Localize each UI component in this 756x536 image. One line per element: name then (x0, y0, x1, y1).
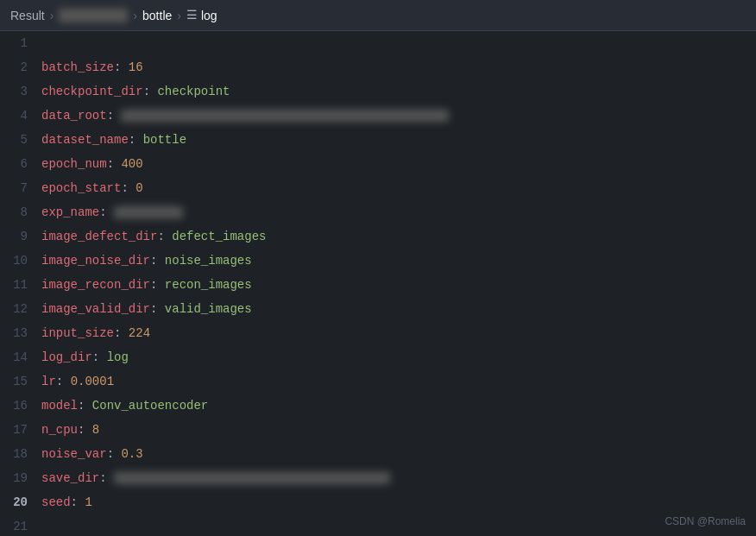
code-line-11: 11 image_recon_dir: recon_images (0, 273, 756, 297)
code-view: 1 2 batch_size: 16 3 checkpoint_dir: che… (0, 31, 756, 536)
code-line-19: 19 save_dir: (0, 466, 756, 490)
code-line-4: 4 data_root: (0, 104, 756, 128)
footer-credit: CSDN @Romelia (665, 515, 746, 527)
code-line-5: 5 dataset_name: bottle (0, 128, 756, 152)
code-line-15: 15 lr: 0.0001 (0, 369, 756, 394)
code-line-1: 1 (0, 31, 756, 55)
breadcrumb-bottle[interactable]: bottle (142, 9, 172, 22)
breadcrumb-sep-3: › (177, 9, 181, 22)
line-content-13: input_size: 224 (41, 321, 150, 345)
line-number-13: 13 (0, 326, 41, 340)
breadcrumb-sep-1: › (50, 9, 54, 22)
line-content-20: seed: 1 (41, 490, 92, 514)
code-line-6: 6 epoch_num: 400 (0, 152, 756, 176)
code-line-3: 3 checkpoint_dir: checkpoint (0, 79, 756, 104)
line-number-9: 9 (0, 230, 41, 243)
breadcrumb-sep-2: › (133, 9, 137, 22)
line-number-5: 5 (0, 133, 41, 147)
line-content-4: data_root: (41, 104, 449, 128)
line-number-10: 10 (0, 254, 41, 268)
code-line-7: 7 epoch_start: 0 (0, 176, 756, 200)
line-content-3: checkpoint_dir: checkpoint (41, 79, 230, 104)
line-content-19: save_dir: (41, 466, 390, 490)
code-line-13: 13 input_size: 224 (0, 321, 756, 345)
line-number-17: 17 (0, 423, 41, 437)
line-content-6: epoch_num: 400 (41, 152, 143, 176)
line-content-18: noise_var: 0.3 (41, 442, 143, 466)
line-content-17: n_cpu: 8 (41, 418, 99, 442)
line-number-6: 6 (0, 157, 41, 171)
line-number-15: 15 (0, 375, 41, 388)
line-number-20: 20 (0, 495, 41, 509)
exp-name-blurred (114, 206, 183, 218)
line-content-10: image_noise_dir: noise_images (41, 249, 252, 273)
data-root-blurred (121, 110, 449, 122)
line-number-18: 18 (0, 447, 41, 461)
code-line-20: 20 seed: 1 (0, 490, 756, 514)
line-number-11: 11 (0, 278, 41, 292)
line-number-4: 4 (0, 109, 41, 123)
code-line-2: 2 batch_size: 16 (0, 55, 756, 79)
code-line-12: 12 image_valid_dir: valid_images (0, 297, 756, 321)
code-line-10: 10 image_noise_dir: noise_images (0, 249, 756, 273)
code-line-9: 9 image_defect_dir: defect_images (0, 224, 756, 249)
save-dir-blurred (114, 472, 390, 484)
line-number-7: 7 (0, 181, 41, 195)
line-number-19: 19 (0, 471, 41, 485)
line-content-9: image_defect_dir: defect_images (41, 224, 266, 249)
code-line-21: 21 (0, 514, 756, 536)
line-content-12: image_valid_dir: valid_images (41, 297, 252, 321)
line-number-12: 12 (0, 302, 41, 316)
line-number-2: 2 (0, 60, 41, 74)
line-number-3: 3 (0, 85, 41, 98)
line-content-16: model: Conv_autoencoder (41, 394, 208, 418)
code-line-14: 14 log_dir: log (0, 345, 756, 369)
code-line-8: 8 exp_name: (0, 200, 756, 224)
breadcrumb-log[interactable]: log (201, 9, 217, 22)
code-line-16: 16 model: Conv_autoencoder (0, 394, 756, 418)
line-number-14: 14 (0, 350, 41, 364)
code-line-17: 17 n_cpu: 8 (0, 418, 756, 442)
breadcrumb-middle-blurred (59, 9, 128, 22)
line-number-16: 16 (0, 399, 41, 413)
line-content-11: image_recon_dir: recon_images (41, 273, 252, 297)
line-content-2: batch_size: 16 (41, 55, 143, 79)
line-number-8: 8 (0, 205, 41, 219)
line-number-21: 21 (0, 520, 41, 533)
line-content-8: exp_name: (41, 200, 183, 224)
breadcrumb-result[interactable]: Result (10, 9, 45, 22)
breadcrumb: Result › › bottle › ☰ log (0, 0, 756, 31)
code-line-18: 18 noise_var: 0.3 (0, 442, 756, 466)
line-content-7: epoch_start: 0 (41, 176, 143, 200)
line-content-5: dataset_name: bottle (41, 128, 186, 152)
line-number-1: 1 (0, 36, 41, 50)
line-content-14: log_dir: log (41, 345, 129, 369)
line-content-15: lr: 0.0001 (41, 369, 114, 394)
log-icon: ☰ (186, 8, 198, 22)
